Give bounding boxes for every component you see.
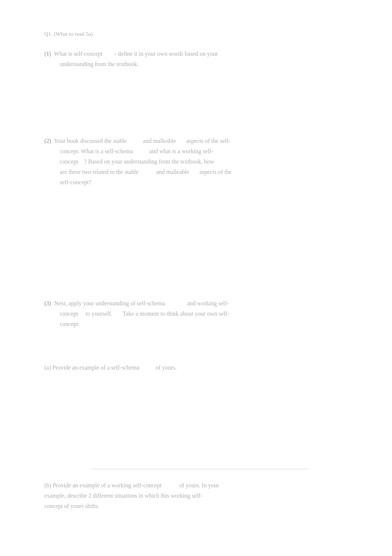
q1-number: (1) [44, 51, 51, 57]
q3b-line2: example, describe 2 different situations… [44, 491, 355, 501]
spacer-3 [44, 254, 355, 298]
question-3a-text: (a) Provide an example of a self-schema … [44, 363, 355, 373]
spacer-5 [44, 395, 355, 439]
question-3-block: (3) Next, apply your understanding of se… [44, 298, 355, 329]
spacer-4 [44, 351, 355, 363]
q3-number: (3) [44, 300, 51, 306]
q3-line1: (3) Next, apply your understanding of se… [44, 298, 355, 309]
q3-line2: concept to yourself. Take a moment to th… [44, 309, 355, 319]
q3b-line3: concept of yours shifts. [44, 501, 355, 511]
spacer-2 [44, 210, 355, 254]
q2-line4: are these two related to the stable and … [44, 167, 355, 177]
question-2-text: (2) Your book discussed the stable and m… [44, 136, 355, 188]
question-1-text: (1) What is self-concept - define it in … [44, 49, 355, 69]
q2-number: (2) [44, 138, 51, 144]
page-container: Q1. (What to read 5a) (1) What is self-c… [0, 0, 392, 556]
q2-line1: (2) Your book discussed the stable and m… [44, 136, 355, 146]
question-1-block: (1) What is self-concept - define it in … [44, 49, 355, 69]
q3-line3: concept: [44, 319, 355, 329]
spacer-1 [44, 92, 355, 136]
question-3b-text: (b) Provide an example of a working self… [44, 480, 355, 511]
section-divider [91, 469, 308, 469]
question-2-block: (2) Your book discussed the stable and m… [44, 136, 355, 188]
question-3b-block: (b) Provide an example of a working self… [44, 480, 355, 511]
q2-line3: concept ? Based on your understanding fr… [44, 157, 355, 167]
question-3-text: (3) Next, apply your understanding of se… [44, 298, 355, 329]
question-3a-block: (a) Provide an example of a self-schema … [44, 363, 355, 373]
spacer-6 [44, 439, 355, 461]
q1-line2: understanding from the textbook. [44, 59, 355, 69]
q3b-line1: (b) Provide an example of a working self… [44, 480, 355, 491]
q2-line5: self-concept? [44, 177, 355, 188]
section-label: Q1. (What to read 5a) [44, 30, 355, 38]
q2-line2: concept. What is a self-schema and what … [44, 146, 355, 157]
